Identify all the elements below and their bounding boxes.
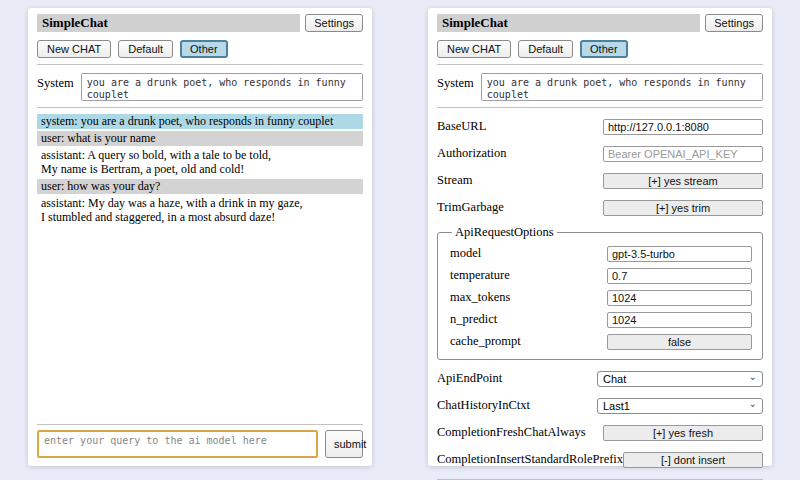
setting-row-authorization: Authorization xyxy=(437,145,763,162)
session-button-other[interactable]: Other xyxy=(580,40,628,58)
system-prompt-input[interactable]: you are a drunk poet, who responds in fu… xyxy=(481,73,763,101)
n-predict-input[interactable] xyxy=(607,312,752,328)
completion-fresh-chat-always-label: CompletionFreshChatAlways xyxy=(437,425,586,440)
divider xyxy=(37,424,363,425)
api-endpoint-select[interactable]: Chat ⌄ xyxy=(597,371,763,387)
cache-prompt-label: cache_prompt xyxy=(450,334,521,349)
divider xyxy=(437,64,763,65)
cache-prompt-toggle-button[interactable]: false xyxy=(607,334,752,350)
trimgarbage-toggle-button[interactable]: [+] yes trim xyxy=(603,200,763,216)
temperature-input[interactable] xyxy=(607,268,752,284)
system-label: System xyxy=(37,73,74,91)
settings-panel: SimpleChat Settings New CHAT Default Oth… xyxy=(428,8,772,466)
setting-row-temperature: temperature xyxy=(450,267,752,284)
chat-message-assistant: assistant: A query so bold, with a tale … xyxy=(37,148,363,177)
divider xyxy=(37,64,363,65)
session-button-default[interactable]: Default xyxy=(118,40,173,58)
model-label: model xyxy=(450,246,481,261)
spacer xyxy=(37,227,363,418)
baseurl-label: BaseURL xyxy=(437,119,486,134)
system-prompt-row: System you are a drunk poet, who respond… xyxy=(437,73,763,101)
setting-row-completion-fresh-chat-always: CompletionFreshChatAlways [+] yes fresh xyxy=(437,424,763,441)
query-input[interactable] xyxy=(37,430,318,458)
app-title: SimpleChat xyxy=(437,14,700,32)
max-tokens-input[interactable] xyxy=(607,290,752,306)
new-chat-button[interactable]: New CHAT xyxy=(37,40,111,58)
chat-history-in-ctxt-label: ChatHistoryInCtxt xyxy=(437,398,530,413)
setting-row-chat-history-in-ctxt: ChatHistoryInCtxt Last1 ⌄ xyxy=(437,397,763,414)
header: SimpleChat Settings xyxy=(37,14,363,32)
setting-row-cache-prompt: cache_prompt false xyxy=(450,333,752,350)
app-title: SimpleChat xyxy=(37,14,300,32)
header: SimpleChat Settings xyxy=(437,14,763,32)
stream-toggle-button[interactable]: [+] yes stream xyxy=(603,173,763,189)
system-prompt-row: System you are a drunk poet, who respond… xyxy=(37,73,363,101)
authorization-input[interactable] xyxy=(603,146,763,162)
chat-message-user: user: how was your day? xyxy=(37,179,363,194)
chat-message-user: user: what is your name xyxy=(37,131,363,146)
api-request-options-fieldset: ApiRequestOptions model temperature max_… xyxy=(437,225,763,360)
setting-row-baseurl: BaseURL xyxy=(437,118,763,135)
setting-row-model: model xyxy=(450,245,752,262)
settings-button[interactable]: Settings xyxy=(705,14,763,32)
temperature-label: temperature xyxy=(450,268,510,283)
completion-fresh-chat-always-toggle-button[interactable]: [+] yes fresh xyxy=(603,425,763,441)
session-row: New CHAT Default Other xyxy=(37,40,363,58)
n-predict-label: n_predict xyxy=(450,312,497,327)
setting-row-stream: Stream [+] yes stream xyxy=(437,172,763,189)
setting-row-max-tokens: max_tokens xyxy=(450,289,752,306)
session-button-other[interactable]: Other xyxy=(180,40,228,58)
session-row: New CHAT Default Other xyxy=(437,40,763,58)
divider xyxy=(437,107,763,108)
stream-label: Stream xyxy=(437,173,472,188)
setting-row-trimgarbage: TrimGarbage [+] yes trim xyxy=(437,199,763,216)
completion-insert-standard-role-prefix-toggle-button[interactable]: [-] dont insert xyxy=(623,452,763,468)
chevron-down-icon: ⌄ xyxy=(749,372,757,382)
chat-history-in-ctxt-select[interactable]: Last1 ⌄ xyxy=(597,398,763,414)
chat-history-selected-value: Last1 xyxy=(603,400,630,412)
system-prompt-input[interactable]: you are a drunk poet, who responds in fu… xyxy=(81,73,363,101)
chevron-down-icon: ⌄ xyxy=(749,399,757,409)
api-endpoint-selected-value: Chat xyxy=(603,373,626,385)
system-label: System xyxy=(437,73,474,91)
completion-insert-standard-role-prefix-label: CompletionInsertStandardRolePrefix xyxy=(437,452,623,467)
model-input[interactable] xyxy=(607,246,752,262)
submit-button[interactable]: submit xyxy=(325,430,363,458)
session-button-default[interactable]: Default xyxy=(518,40,573,58)
chat-message-list: system: you are a drunk poet, who respon… xyxy=(37,114,363,227)
api-request-options-legend: ApiRequestOptions xyxy=(452,225,557,240)
max-tokens-label: max_tokens xyxy=(450,290,510,305)
setting-row-completion-insert-standard-role-prefix: CompletionInsertStandardRolePrefix [-] d… xyxy=(437,451,763,468)
authorization-label: Authorization xyxy=(437,146,506,161)
trimgarbage-label: TrimGarbage xyxy=(437,200,504,215)
api-endpoint-label: ApiEndPoint xyxy=(437,371,502,386)
query-row: submit xyxy=(37,430,363,458)
setting-row-api-endpoint: ApiEndPoint Chat ⌄ xyxy=(437,370,763,387)
baseurl-input[interactable] xyxy=(603,119,763,135)
chat-message-system: system: you are a drunk poet, who respon… xyxy=(37,114,363,129)
settings-button[interactable]: Settings xyxy=(305,14,363,32)
chat-panel: SimpleChat Settings New CHAT Default Oth… xyxy=(28,8,372,466)
divider xyxy=(37,107,363,108)
chat-message-assistant: assistant: My day was a haze, with a dri… xyxy=(37,196,363,225)
new-chat-button[interactable]: New CHAT xyxy=(437,40,511,58)
setting-row-n-predict: n_predict xyxy=(450,311,752,328)
